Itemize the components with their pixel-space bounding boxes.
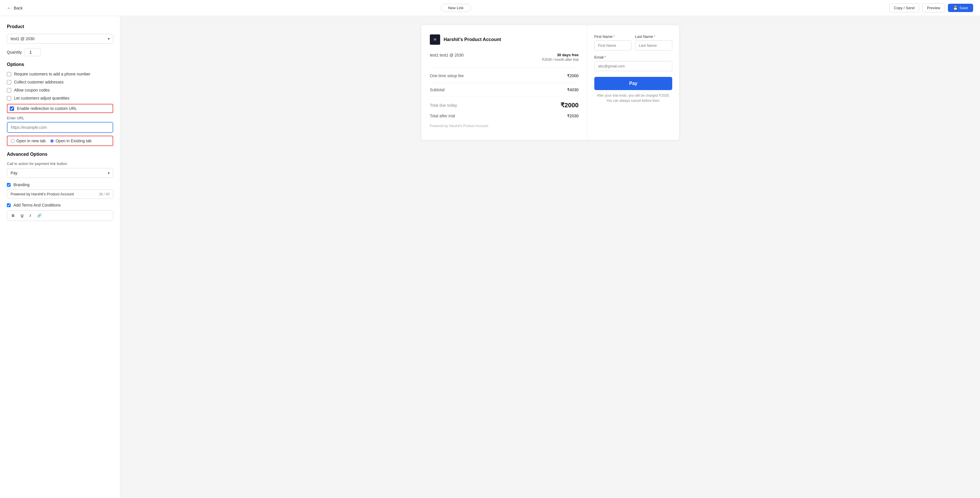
option-coupon-row: Allow coupon codes <box>7 88 113 93</box>
save-button[interactable]: 💾 Save <box>948 4 973 12</box>
new-link-button[interactable]: New Link <box>441 4 471 12</box>
preview-right: First Name * Last Name * <box>587 25 679 140</box>
quantity-row: Quantity <box>7 48 113 56</box>
setup-fee-row: One time setup fee ₹2000 <box>430 73 579 83</box>
branding-text: Powered by Harshit's Product Account <box>11 192 99 196</box>
main-layout: Product test1 @ 2030 Quantity Options Re… <box>0 16 980 498</box>
editor-toolbar: B U I 🔗 <box>7 210 113 221</box>
header: ← Back New Link Copy / Send Preview 💾 Sa… <box>0 0 980 16</box>
product-select-group: test1 @ 2030 <box>7 34 113 44</box>
option-address-label[interactable]: Collect customer addresses <box>14 80 64 85</box>
header-right: Copy / Send Preview 💾 Save <box>889 3 973 12</box>
cta-label: Call to action for payment link button <box>7 161 113 166</box>
merchant-logo: H <box>430 34 440 45</box>
first-name-input[interactable] <box>594 40 632 51</box>
link-button[interactable]: 🔗 <box>36 213 43 218</box>
url-label: Enter URL <box>7 116 113 120</box>
last-name-input[interactable] <box>635 40 672 51</box>
back-arrow-icon: ← <box>7 5 11 11</box>
subtotal-value: ₹4030 <box>567 88 579 92</box>
bold-icon: B <box>12 214 14 218</box>
terms-checkbox[interactable] <box>7 203 11 207</box>
option-address-row: Collect customer addresses <box>7 80 113 85</box>
total-due-row: Total due today ₹2000 <box>430 102 579 109</box>
email-field-group: Email * <box>594 55 672 71</box>
quantity-label: Quantity <box>7 50 22 54</box>
total-due-value: ₹2000 <box>560 102 579 109</box>
cta-select[interactable]: Pay <box>7 168 113 178</box>
terms-row: Add Terms And Conditions <box>7 203 113 208</box>
italic-icon: I <box>30 214 31 218</box>
email-label: Email <box>594 55 604 59</box>
email-input[interactable] <box>594 61 672 71</box>
first-name-label-row: First Name * <box>594 34 632 39</box>
branding-count: 36 / 40 <box>99 192 110 196</box>
setup-fee-label: One time setup fee <box>430 73 464 78</box>
quantity-input[interactable] <box>25 48 41 56</box>
back-button[interactable]: ← Back <box>7 5 23 11</box>
setup-fee-value: ₹2000 <box>567 73 579 78</box>
option-phone-label[interactable]: Require customers to add a phone number <box>14 72 90 76</box>
name-fields-row: First Name * Last Name * <box>594 34 672 51</box>
merchant-logo-icon: H <box>434 38 436 42</box>
option-quantity-label[interactable]: Let customers adjust quantities <box>14 96 69 101</box>
preview-button[interactable]: Preview <box>922 3 945 12</box>
branding-checkbox[interactable] <box>7 183 11 187</box>
subtotal-row: Subtotal ₹4030 <box>430 88 579 97</box>
branding-label[interactable]: Branding <box>13 182 30 187</box>
after-trial-price: ₹2030 / month after trial <box>542 57 579 62</box>
bold-button[interactable]: B <box>11 213 16 218</box>
copy-send-button[interactable]: Copy / Send <box>889 3 920 12</box>
advanced-section-title: Advanced Options <box>7 152 113 157</box>
tab-option-row: Open in new tab Open in Existing tab <box>7 136 113 146</box>
powered-by: Powered by Harshit's Product Account <box>430 124 579 128</box>
preview-card: H Harshit's Product Account test1 test1 … <box>421 25 679 140</box>
terms-label[interactable]: Add Terms And Conditions <box>13 203 61 208</box>
first-name-required: * <box>614 35 615 39</box>
new-tab-option[interactable]: Open in new tab <box>11 139 46 143</box>
advanced-section: Advanced Options Call to action for paym… <box>7 152 113 221</box>
option-coupon-label[interactable]: Allow coupon codes <box>14 88 50 93</box>
product-pricing: 30 days free ₹2030 / month after trial <box>542 53 579 62</box>
product-name: test1 test1 @ 2030 <box>430 53 464 57</box>
option-coupon-checkbox[interactable] <box>7 88 11 93</box>
product-select-wrapper: test1 @ 2030 <box>7 34 113 44</box>
merchant-header: H Harshit's Product Account <box>430 34 579 45</box>
option-address-checkbox[interactable] <box>7 80 11 85</box>
last-name-label: Last Name <box>635 34 653 39</box>
options-section-title: Options <box>7 62 113 67</box>
total-after-row: Total after trial ₹2030 <box>430 113 579 118</box>
existing-tab-radio[interactable] <box>50 139 54 143</box>
new-tab-radio[interactable] <box>11 139 14 143</box>
existing-tab-label: Open in Existing tab <box>56 139 91 143</box>
first-name-field: First Name * <box>594 34 632 51</box>
option-phone-checkbox[interactable] <box>7 72 11 76</box>
product-row: test1 test1 @ 2030 30 days free ₹2030 / … <box>430 53 579 68</box>
product-select[interactable]: test1 @ 2030 <box>7 34 113 44</box>
trial-badge: 30 days free <box>542 53 579 57</box>
new-tab-label: Open in new tab <box>16 139 46 143</box>
total-after-label: Total after trial <box>430 113 455 118</box>
enable-redirect-row: Enable redirection to custom URL <box>7 104 113 113</box>
product-section-title: Product <box>7 24 113 29</box>
existing-tab-option[interactable]: Open in Existing tab <box>50 139 91 143</box>
option-quantity-checkbox[interactable] <box>7 96 11 101</box>
pay-button[interactable]: Pay <box>594 77 672 90</box>
total-after-value: ₹2030 <box>567 113 579 118</box>
pay-note: After your trial ends, you will be charg… <box>594 93 672 103</box>
underline-button[interactable]: U <box>19 213 24 218</box>
link-icon: 🔗 <box>37 214 41 218</box>
enable-redirect-checkbox[interactable] <box>10 107 14 111</box>
last-name-field: Last Name * <box>635 34 672 51</box>
cta-select-wrapper: Pay <box>7 168 113 178</box>
italic-button[interactable]: I <box>29 213 32 218</box>
last-name-required: * <box>654 35 655 39</box>
branding-row: Branding <box>7 182 113 187</box>
enable-redirect-label[interactable]: Enable redirection to custom URL <box>17 106 77 111</box>
right-panel: H Harshit's Product Account test1 test1 … <box>120 16 980 498</box>
total-due-label: Total due today <box>430 103 457 108</box>
email-required: * <box>605 55 606 59</box>
first-name-label: First Name <box>594 34 612 39</box>
merchant-name: Harshit's Product Account <box>444 37 501 42</box>
url-input[interactable] <box>7 122 113 133</box>
